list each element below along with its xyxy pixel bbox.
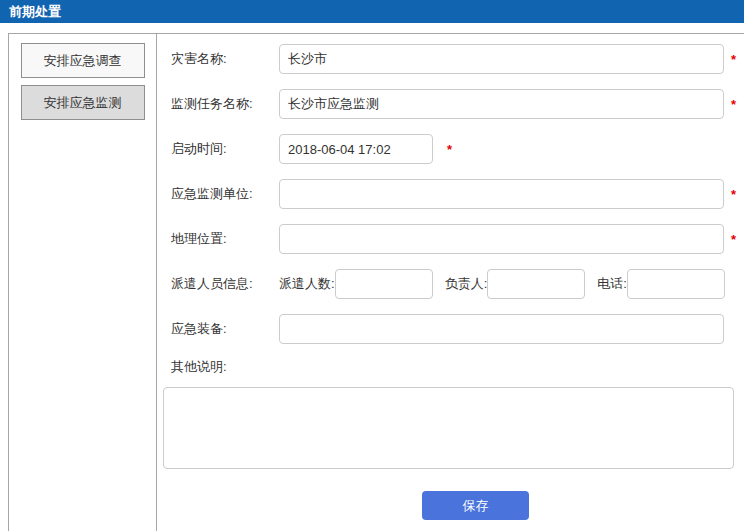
required-marker: * <box>724 232 736 247</box>
page-title: 前期处置 <box>0 0 744 23</box>
start-time-input[interactable] <box>279 134 433 164</box>
disaster-name-label: 灾害名称: <box>171 50 279 68</box>
monitor-unit-label: 应急监测单位: <box>171 185 279 203</box>
personnel-leader-label: 负责人: <box>445 275 488 293</box>
sidebar-button-arrange-emergency-monitoring[interactable]: 安排应急监测 <box>21 85 145 120</box>
row-disaster-name: 灾害名称: * <box>171 44 736 74</box>
personnel-leader-input[interactable] <box>487 269 585 299</box>
personnel-count-label: 派遣人数: <box>279 275 335 293</box>
notes-textarea[interactable] <box>163 387 734 469</box>
content-panel: 安排应急调查 安排应急监测 灾害名称: * 监测任务名称: * 启动时间: * … <box>8 33 744 531</box>
required-marker: * <box>724 52 736 67</box>
location-input[interactable] <box>279 224 724 254</box>
row-notes-label: 其他说明: <box>171 359 736 375</box>
required-marker: * <box>724 97 736 112</box>
notes-label: 其他说明: <box>171 358 279 376</box>
form-area: 灾害名称: * 监测任务名称: * 启动时间: * 应急监测单位: * 地理位置… <box>157 34 744 531</box>
save-button[interactable]: 保存 <box>422 491 529 520</box>
required-marker: * <box>724 187 736 202</box>
equipment-label: 应急装备: <box>171 320 279 338</box>
disaster-name-input[interactable] <box>279 44 724 74</box>
location-label: 地理位置: <box>171 230 279 248</box>
row-location: 地理位置: * <box>171 224 736 254</box>
row-equipment: 应急装备: * <box>171 314 736 344</box>
sidebar-button-arrange-emergency-survey[interactable]: 安排应急调查 <box>21 43 145 78</box>
personnel-count-input[interactable] <box>335 269 433 299</box>
monitor-unit-input[interactable] <box>279 179 724 209</box>
row-task-name: 监测任务名称: * <box>171 89 736 119</box>
button-row: 保存 <box>171 491 736 520</box>
start-time-label: 启动时间: <box>171 140 279 158</box>
row-start-time: 启动时间: * <box>171 134 736 164</box>
personnel-label: 派遣人员信息: <box>171 275 279 293</box>
equipment-input[interactable] <box>279 314 724 344</box>
personnel-phone-label: 电话: <box>597 275 627 293</box>
task-name-label: 监测任务名称: <box>171 95 279 113</box>
sidebar: 安排应急调查 安排应急监测 <box>9 34 157 531</box>
task-name-input[interactable] <box>279 89 724 119</box>
row-monitor-unit: 应急监测单位: * <box>171 179 736 209</box>
personnel-phone-input[interactable] <box>627 269 725 299</box>
row-personnel: 派遣人员信息: 派遣人数: 负责人: 电话: <box>171 269 736 299</box>
required-marker: * <box>447 142 452 157</box>
